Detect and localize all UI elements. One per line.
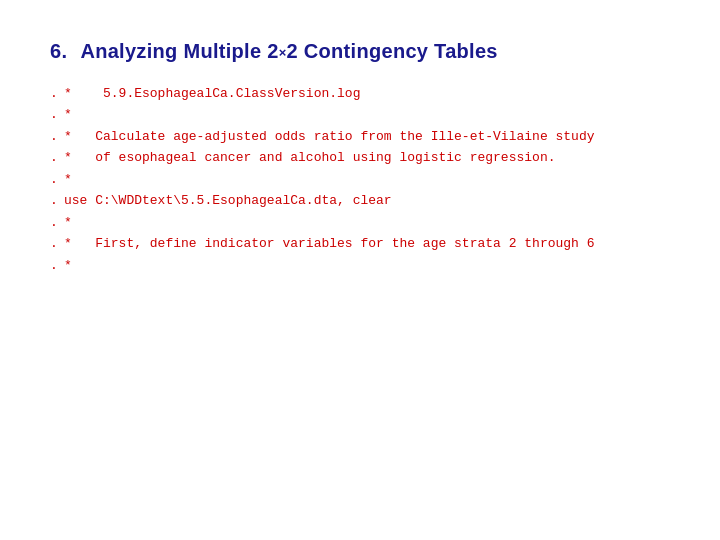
section-number: 6.: [50, 40, 67, 62]
code-text-8: * First, define indicator variables for …: [64, 233, 595, 254]
code-line-7: . *: [50, 212, 670, 233]
code-text-5: *: [64, 169, 72, 190]
dot-6: .: [50, 190, 60, 211]
code-text-6: use C:\WDDtext\5.5.EsophagealCa.dta, cle…: [64, 190, 392, 211]
dot-5: .: [50, 169, 60, 190]
code-line-9: . *: [50, 255, 670, 276]
dot-4: .: [50, 147, 60, 168]
code-line-5: . *: [50, 169, 670, 190]
code-text-1: * 5.9.EsophagealCa.ClassVersion.log: [64, 83, 360, 104]
section-heading: Analyzing Multiple 2×2 Contingency Table…: [80, 40, 497, 62]
code-text-2: *: [64, 104, 72, 125]
code-line-1: . * 5.9.EsophagealCa.ClassVersion.log: [50, 83, 670, 104]
section-title: 6. Analyzing Multiple 2×2 Contingency Ta…: [50, 40, 670, 63]
dot-7: .: [50, 212, 60, 233]
code-block: . * 5.9.EsophagealCa.ClassVersion.log . …: [50, 83, 670, 276]
code-text-4: * of esophageal cancer and alcohol using…: [64, 147, 555, 168]
dot-3: .: [50, 126, 60, 147]
code-text-3: * Calculate age-adjusted odds ratio from…: [64, 126, 595, 147]
dot-2: .: [50, 104, 60, 125]
dot-9: .: [50, 255, 60, 276]
page: 6. Analyzing Multiple 2×2 Contingency Ta…: [0, 0, 720, 540]
dot-8: .: [50, 233, 60, 254]
code-line-3: . * Calculate age-adjusted odds ratio fr…: [50, 126, 670, 147]
code-line-6: . use C:\WDDtext\5.5.EsophagealCa.dta, c…: [50, 190, 670, 211]
dot-1: .: [50, 83, 60, 104]
code-text-9: *: [64, 255, 72, 276]
code-text-7: *: [64, 212, 72, 233]
code-line-8: . * First, define indicator variables fo…: [50, 233, 670, 254]
code-line-2: . *: [50, 104, 670, 125]
code-line-4: . * of esophageal cancer and alcohol usi…: [50, 147, 670, 168]
